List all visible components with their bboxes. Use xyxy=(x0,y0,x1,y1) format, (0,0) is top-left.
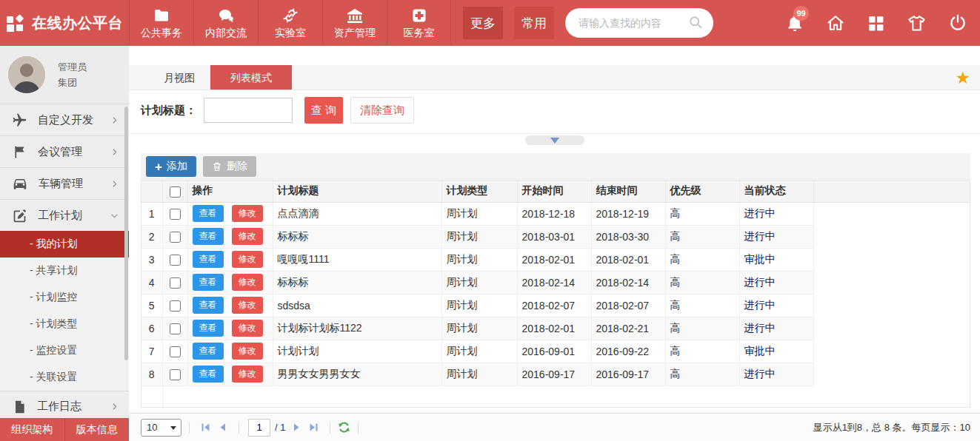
home-button[interactable] xyxy=(826,13,845,33)
logo-grid-icon xyxy=(6,13,25,33)
page-size-select[interactable]: 10 xyxy=(141,419,181,437)
apps-grid-button[interactable] xyxy=(867,14,885,33)
edit-button[interactable]: 修改 xyxy=(232,274,263,291)
col-trailing xyxy=(813,181,970,202)
select-arrow-icon xyxy=(170,426,176,430)
next-page-button[interactable] xyxy=(292,423,301,432)
edit-button[interactable]: 修改 xyxy=(232,251,263,268)
add-button[interactable]: + 添加 xyxy=(146,156,196,177)
nav-item-internal-comm[interactable]: 内部交流 xyxy=(193,0,258,46)
first-page-button[interactable] xyxy=(201,423,210,432)
empty-cell xyxy=(162,386,187,407)
table-row: 5查看修改sdsdsa周计划2018-02-072018-02-07高进行中 xyxy=(141,294,970,317)
sidebar-item-meetings[interactable]: 会议管理 xyxy=(0,135,129,167)
sidebar-scrollbar[interactable] xyxy=(124,107,128,360)
row-actions: 查看修改 xyxy=(187,340,273,363)
row-checkbox[interactable] xyxy=(170,346,181,357)
edit-button[interactable]: 修改 xyxy=(232,228,263,245)
chevron-down-icon xyxy=(110,211,119,220)
view-button[interactable]: 查看 xyxy=(193,297,224,314)
row-checkbox[interactable] xyxy=(170,255,181,266)
collapse-toggle[interactable] xyxy=(525,135,584,145)
tab-list-mode[interactable]: 列表模式 xyxy=(210,65,292,90)
view-button[interactable]: 查看 xyxy=(193,205,224,222)
view-button[interactable]: 查看 xyxy=(193,320,224,337)
row-checkbox[interactable] xyxy=(170,209,181,220)
table-row: 1查看修改点点滴滴周计划2018-12-182018-12-19高进行中 xyxy=(141,202,970,225)
nav-label: 公共事务 xyxy=(141,27,182,40)
edit-button[interactable]: 修改 xyxy=(232,205,263,222)
empty-cell xyxy=(739,386,813,407)
sidebar-subitem-plan-monitor[interactable]: - 计划监控 xyxy=(0,284,129,311)
prev-page-button[interactable] xyxy=(218,423,227,432)
add-button-label: 添加 xyxy=(167,160,187,173)
select-all-checkbox[interactable] xyxy=(170,186,181,198)
edit-button[interactable]: 修改 xyxy=(232,343,263,360)
start-date-cell: 2018-02-01 xyxy=(517,317,591,340)
plane-icon xyxy=(12,112,27,128)
trailing-cell xyxy=(813,317,970,340)
view-button[interactable]: 查看 xyxy=(193,343,224,360)
sidebar-subitem-plan-types[interactable]: - 计划类型 xyxy=(0,311,129,337)
view-button[interactable]: 查看 xyxy=(193,366,224,383)
sidebar-subitem-monitor-settings[interactable]: - 监控设置 xyxy=(0,337,129,364)
priority-cell: 高 xyxy=(665,225,739,248)
nav-label: 实验室 xyxy=(275,27,306,40)
edit-button[interactable]: 修改 xyxy=(232,297,263,314)
row-checkbox[interactable] xyxy=(170,369,181,380)
view-button[interactable]: 查看 xyxy=(193,228,224,245)
page-number-input[interactable] xyxy=(248,419,270,437)
query-button[interactable]: 查 询 xyxy=(304,97,343,124)
sidebar-item-custom-dev[interactable]: 自定义开发 xyxy=(0,104,129,135)
plan-title-cell: 计划标计划标1122 xyxy=(273,317,441,340)
end-date-cell: 2018-02-14 xyxy=(591,271,665,294)
refresh-icon[interactable] xyxy=(338,421,350,434)
delete-button[interactable]: 删除 xyxy=(203,156,256,177)
row-actions: 查看修改 xyxy=(187,248,273,271)
nav-item-lab[interactable]: 实验室 xyxy=(258,0,322,46)
more-button[interactable]: 更多 xyxy=(463,7,503,39)
notifications-button[interactable]: 99 xyxy=(785,13,804,33)
view-button[interactable]: 查看 xyxy=(193,274,224,291)
row-checkbox[interactable] xyxy=(170,277,181,289)
row-checkbox[interactable] xyxy=(170,232,181,243)
sidebar-subitem-shared-plans[interactable]: - 共享计划 xyxy=(0,257,129,284)
status-cell: 进行中 xyxy=(739,271,813,294)
sidebar-subitem-my-plans[interactable]: - 我的计划 xyxy=(0,231,129,257)
filter-bar: 计划标题： 查 询 清除查询 xyxy=(141,97,414,124)
table-row: 7查看修改计划计划周计划2016-09-012016-09-22高审批中 xyxy=(141,340,970,363)
sidebar-item-vehicles[interactable]: 车辆管理 xyxy=(0,167,129,199)
nav-item-assets[interactable]: 资产管理 xyxy=(322,0,387,46)
row-checkbox[interactable] xyxy=(170,323,181,334)
tab-month-view[interactable]: 月视图 xyxy=(148,65,210,90)
favorite-star-icon[interactable]: ★ xyxy=(955,67,970,89)
edit-button[interactable]: 修改 xyxy=(232,320,263,337)
sidebar-item-work-plans[interactable]: 工作计划 xyxy=(0,199,129,231)
org-structure-link[interactable]: 组织架构 xyxy=(0,418,64,441)
app-logo[interactable]: 在线办公平台 xyxy=(0,0,129,46)
last-page-button[interactable] xyxy=(309,423,319,432)
clear-query-button[interactable]: 清除查询 xyxy=(350,97,414,124)
view-button[interactable]: 查看 xyxy=(193,251,224,268)
row-checkbox[interactable] xyxy=(170,300,181,312)
nav-item-medical[interactable]: 医务室 xyxy=(387,0,451,46)
plan-type-cell: 周计划 xyxy=(441,248,517,271)
priority-cell: 高 xyxy=(665,294,739,317)
plan-title-input[interactable] xyxy=(204,98,293,123)
start-date-cell: 2016-09-01 xyxy=(517,340,591,363)
sidebar-subitem-relation-settings[interactable]: - 关联设置 xyxy=(0,364,129,391)
chevron-right-icon xyxy=(110,179,119,189)
edit-button[interactable]: 修改 xyxy=(232,366,263,383)
row-checkbox-cell xyxy=(162,363,187,386)
trailing-cell xyxy=(813,271,970,294)
status-cell: 进行中 xyxy=(739,202,813,225)
power-button[interactable] xyxy=(948,13,967,33)
search-icon[interactable] xyxy=(688,15,704,34)
end-date-cell: 2018-02-01 xyxy=(591,248,665,271)
table-row: 2查看修改标标标周计划2018-03-012018-03-30高进行中 xyxy=(141,225,970,248)
common-button[interactable]: 常用 xyxy=(514,7,554,39)
table-header-row: 操作 计划标题 计划类型 开始时间 结束时间 优先级 当前状态 xyxy=(141,181,970,202)
version-info-link[interactable]: 版本信息 xyxy=(64,418,130,441)
nav-item-public-affairs[interactable]: 公共事务 xyxy=(129,0,193,46)
shirt-button[interactable] xyxy=(907,13,927,33)
